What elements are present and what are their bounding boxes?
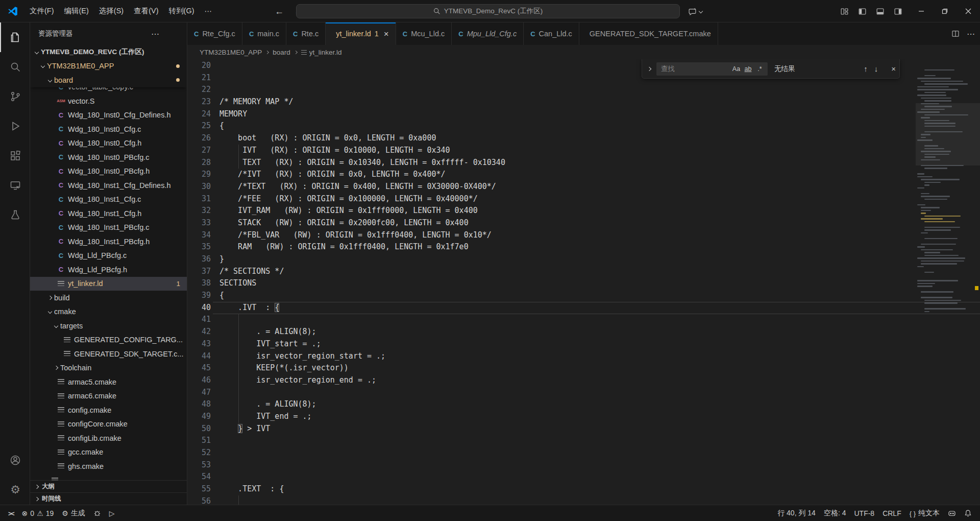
toggle-replace-button[interactable] xyxy=(646,59,653,78)
code-line-50[interactable]: 50 } > IVT xyxy=(187,423,916,435)
code-line-37[interactable]: 37/* SECTIONS */ xyxy=(187,266,916,278)
tree-item-Wdg_Lld_PBcfg.h[interactable]: CWdg_Lld_PBcfg.h xyxy=(30,263,187,277)
code-line-52[interactable]: 52 xyxy=(187,447,916,459)
search-icon[interactable] xyxy=(0,52,30,82)
vertical-scrollbar[interactable] xyxy=(916,103,980,165)
code-line-32[interactable]: 32 IVT_RAM (RW) : ORIGIN = 0x1fff0000, L… xyxy=(187,205,916,217)
code-line-35[interactable]: 35 RAM (RW) : ORIGIN = 0x1fff0400, LENGT… xyxy=(187,241,916,253)
customize-layout-icon[interactable] xyxy=(840,7,849,16)
status-cmake-debug[interactable] xyxy=(89,505,105,521)
tree-item-configLib.cmake[interactable]: configLib.cmake xyxy=(30,431,187,445)
code-line-55[interactable]: 55 .TEXT : { xyxy=(187,483,916,495)
status-eol[interactable]: CRLF xyxy=(878,505,905,521)
code-line-56[interactable]: 56 xyxy=(187,495,916,505)
run-debug-icon[interactable] xyxy=(0,111,30,141)
status-cursor-position[interactable]: 行 40, 列 14 xyxy=(773,505,820,521)
menu-item-4[interactable]: 转到(G) xyxy=(164,0,200,22)
command-center-search[interactable]: YTMEVB_Demo_RevC (工作区) xyxy=(296,4,680,18)
tree-item-armac6.cmake[interactable]: armac6.cmake xyxy=(30,389,187,404)
more-menus-button[interactable]: ⋯ xyxy=(199,0,217,22)
code-editor[interactable]: 20212223/* MEMORY MAP */24MEMORY25{26 bo… xyxy=(187,59,980,505)
code-line-28[interactable]: 28 TEXT (RX) : ORIGIN = 0x10340, LENGTH … xyxy=(187,157,916,169)
code-line-38[interactable]: 38SECTIONS xyxy=(187,277,916,290)
tab-Mpu_Lld_Cfg.c[interactable]: CMpu_Lld_Cfg.c xyxy=(452,22,524,45)
code-line-34[interactable]: 34 /*FBL_VAR (RW) : ORIGIN = 0x1fff0400,… xyxy=(187,229,916,242)
remote-explorer-icon[interactable] xyxy=(0,171,30,200)
status-notifications[interactable] xyxy=(960,505,976,521)
tab-Can_Lld.c[interactable]: CCan_Lld.c xyxy=(524,22,579,45)
code-line-51[interactable]: 51 xyxy=(187,435,916,447)
source-control-icon[interactable] xyxy=(0,82,30,111)
breadcrumb-item-yt_linker.ld[interactable]: yt_linker.ld xyxy=(301,49,342,56)
tree-folder-cmake[interactable]: cmake xyxy=(30,305,187,319)
code-line-22[interactable]: 22 xyxy=(187,84,916,96)
tree-item-ghs.cmake[interactable]: ghs.cmake xyxy=(30,459,187,473)
tree-item-Wdg_180_Inst1_Cfg.h[interactable]: CWdg_180_Inst1_Cfg.h xyxy=(30,206,187,221)
code-line-49[interactable]: 49 IVT_end = .; xyxy=(187,411,916,423)
testing-icon[interactable] xyxy=(0,200,30,230)
status-cmake-run[interactable]: ▷ xyxy=(105,505,119,521)
extensions-icon[interactable] xyxy=(0,141,30,171)
chat-controls[interactable] xyxy=(688,0,702,22)
tab-GENERATED_SDK_TARGET.cmake[interactable]: GENERATED_SDK_TARGET.cmake xyxy=(579,22,718,45)
code-line-30[interactable]: 30 /*TEXT (RX) : ORIGIN = 0x400, LENGTH … xyxy=(187,181,916,193)
status-language-mode[interactable]: { }纯文本 xyxy=(905,505,944,521)
tree-item-Wdg_180_Inst1_PBcfg.c[interactable]: CWdg_180_Inst1_PBcfg.c xyxy=(30,221,187,235)
code-line-26[interactable]: 26 boot (RX) : ORIGIN = 0x0, LENGTH = 0x… xyxy=(187,132,916,145)
code-line-42[interactable]: 42 . = ALIGN(8); xyxy=(187,326,916,338)
code-line-31[interactable]: 31 /*FEE (RX) : ORIGIN = 0x100000, LENGT… xyxy=(187,193,916,205)
code-line-23[interactable]: 23/* MEMORY MAP */ xyxy=(187,96,916,108)
menu-item-1[interactable]: 编辑(E) xyxy=(59,0,94,22)
status-indentation[interactable]: 空格: 4 xyxy=(820,505,850,521)
editor-more-actions-button[interactable]: ⋯ xyxy=(967,29,975,39)
tree-item-configCore.cmake[interactable]: configCore.cmake xyxy=(30,417,187,432)
account-icon[interactable] xyxy=(0,445,30,475)
tree-item-armac5.cmake[interactable]: armac5.cmake xyxy=(30,375,187,389)
tree-item-config.cmake[interactable]: config.cmake xyxy=(30,403,187,417)
code-line-44[interactable]: 44 isr_vector_region_start = .; xyxy=(187,350,916,363)
code-line-29[interactable]: 29 /*IVT (RX) : ORIGIN = 0x0, LENGTH = 0… xyxy=(187,169,916,181)
tree-folder-YTMEVB_DEMO_REVC (工作区)[interactable]: YTMEVB_DEMO_REVC (工作区) xyxy=(30,45,187,59)
toggle-secondary-sidebar-icon[interactable] xyxy=(894,7,902,16)
menu-item-2[interactable]: 选择(S) xyxy=(94,0,129,22)
tree-item-Wdg_Lld_PBcfg.c[interactable]: CWdg_Lld_PBcfg.c xyxy=(30,249,187,263)
tree-item-yt_linker.ld[interactable]: yt_linker.ld1 xyxy=(30,277,187,291)
code-line-47[interactable]: 47 xyxy=(187,387,916,399)
code-line-45[interactable]: 45 KEEP(*(.isr_vector)) xyxy=(187,362,916,374)
settings-icon[interactable]: ⚙ xyxy=(0,475,30,505)
code-line-46[interactable]: 46 isr_vector_region_end = .; xyxy=(187,374,916,387)
previous-match-button[interactable]: ↑ xyxy=(864,64,868,73)
close-tab-icon[interactable]: × xyxy=(384,30,389,38)
menu-item-3[interactable]: 查看(V) xyxy=(129,0,163,22)
panel-timeline[interactable]: 时间线 xyxy=(30,492,187,505)
tree-item-Wdg_180_Inst0_PBcfg.c[interactable]: CWdg_180_Inst0_PBcfg.c xyxy=(30,150,187,164)
tree-folder-board[interactable]: board xyxy=(30,73,187,87)
code-line-36[interactable]: 36} xyxy=(187,253,916,266)
status-problems[interactable]: ⊗0⚠19 xyxy=(18,505,58,521)
status-cmake-build[interactable]: ⚙生成 xyxy=(58,505,89,521)
tab-yt_linker.ld[interactable]: yt_linker.ld1× xyxy=(326,22,396,45)
regex-button[interactable]: .* xyxy=(754,63,766,75)
code-line-54[interactable]: 54 xyxy=(187,471,916,483)
tab-Mcu_Lld.c[interactable]: CMcu_Lld.c xyxy=(396,22,452,45)
breadcrumb-item-YTM32B1ME0_APP[interactable]: YTM32B1ME0_APP xyxy=(200,49,262,56)
close-find-button[interactable]: × xyxy=(891,64,896,73)
tree-folder-build[interactable]: build xyxy=(30,291,187,305)
close-button[interactable] xyxy=(957,0,980,22)
tree-item-Wdg_180_Inst0_Cfg.h[interactable]: CWdg_180_Inst0_Cfg.h xyxy=(30,136,187,151)
tree-item-partial-row[interactable] xyxy=(30,473,187,481)
tree-item-GENERATED_CONFIG_TARG...[interactable]: GENERATED_CONFIG_TARG... xyxy=(30,333,187,347)
whole-word-button[interactable]: ab xyxy=(742,63,754,75)
code-line-43[interactable]: 43 IVT_start = .; xyxy=(187,338,916,350)
tab-Rte.c[interactable]: CRte.c xyxy=(286,22,326,45)
code-line-27[interactable]: 27 IVT (RX) : ORIGIN = 0x10000, LENGTH =… xyxy=(187,145,916,157)
tree-item-Wdg_180_Inst0_Cfg_Defines.h[interactable]: CWdg_180_Inst0_Cfg_Defines.h xyxy=(30,108,187,123)
tree-item-Wdg_180_Inst1_PBcfg.h[interactable]: CWdg_180_Inst1_PBcfg.h xyxy=(30,234,187,249)
explorer-icon[interactable] xyxy=(0,22,30,52)
match-case-button[interactable]: Aa xyxy=(730,63,742,75)
panel-outline[interactable]: 大纲 xyxy=(30,480,187,492)
status-remote-indicator[interactable]: >< xyxy=(4,505,18,521)
status-copilot[interactable] xyxy=(944,505,960,521)
tree-item-gcc.cmake[interactable]: gcc.cmake xyxy=(30,445,187,460)
tab-Rte_Cfg.c[interactable]: CRte_Cfg.c xyxy=(187,22,242,45)
